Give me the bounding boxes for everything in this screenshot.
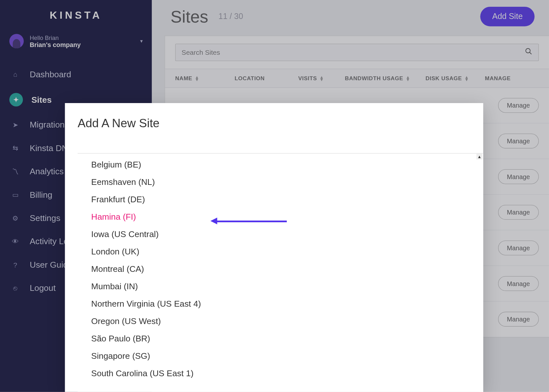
location-option[interactable]: Mumbai (IN) <box>78 278 483 295</box>
location-option[interactable]: Eemshaven (NL) <box>78 174 483 191</box>
modal-title: Add A New Site <box>65 103 483 141</box>
location-option[interactable]: Frankfurt (DE) <box>78 191 483 208</box>
location-option[interactable]: South Carolina (US East 1) <box>78 365 483 382</box>
add-site-modal: Add A New Site ▲ Belgium (BE)Eemshaven (… <box>65 103 483 392</box>
location-dropdown-list[interactable]: ▲ Belgium (BE)Eemshaven (NL)Frankfurt (D… <box>78 153 483 392</box>
location-option[interactable]: London (UK) <box>78 243 483 261</box>
location-option[interactable]: Belgium (BE) <box>78 156 483 174</box>
location-option[interactable]: Iowa (US Central) <box>78 226 483 243</box>
location-option[interactable]: Northern Virginia (US East 4) <box>78 295 483 312</box>
location-option[interactable]: Oregon (US West) <box>78 312 483 330</box>
location-option[interactable]: Singapore (SG) <box>78 347 483 365</box>
scroll-up-icon[interactable]: ▲ <box>477 154 482 159</box>
location-option[interactable]: Montreal (CA) <box>78 261 483 278</box>
location-option[interactable]: São Paulo (BR) <box>78 330 483 347</box>
location-option[interactable]: Hamina (FI) <box>78 208 483 226</box>
